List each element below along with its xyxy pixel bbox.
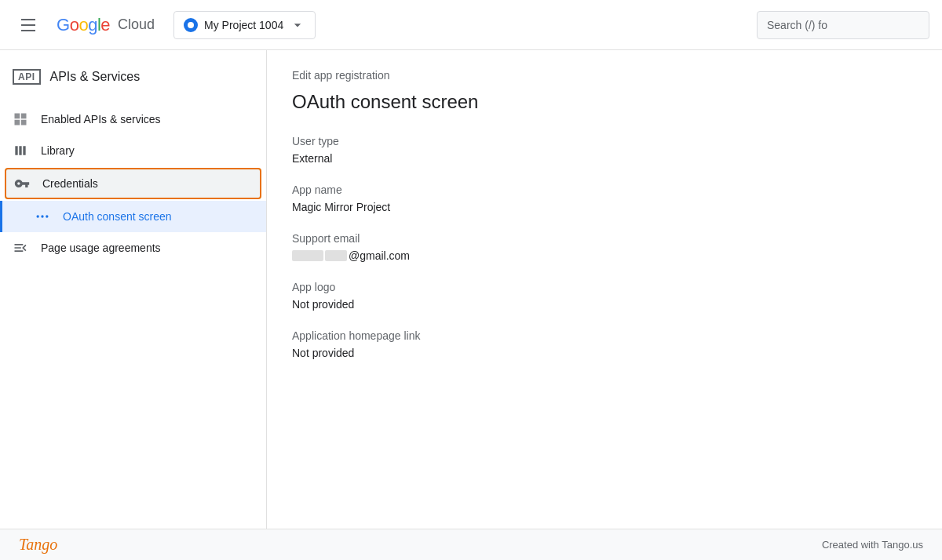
library-icon xyxy=(13,143,28,158)
menu-button[interactable] xyxy=(13,9,44,41)
field-app-name: App name Magic Mirror Project xyxy=(292,184,917,213)
content-area: Edit app registration OAuth consent scre… xyxy=(267,50,942,529)
field-app-logo: App logo Not provided xyxy=(292,281,917,311)
svg-point-0 xyxy=(37,215,39,217)
sidebar-item-oauth-consent[interactable]: OAuth consent screen xyxy=(0,201,266,232)
field-label-support-email: Support email xyxy=(292,232,917,245)
field-label-app-logo: App logo xyxy=(292,281,917,293)
sidebar: API APIs & Services Enabled APIs & servi… xyxy=(0,50,267,529)
settings-icon xyxy=(13,240,28,256)
project-selector[interactable]: My Project 1004 xyxy=(173,11,316,39)
main-layout: API APIs & Services Enabled APIs & servi… xyxy=(0,50,942,529)
project-name: My Project 1004 xyxy=(204,19,283,31)
sidebar-label-library: Library xyxy=(41,144,75,157)
api-badge: API xyxy=(13,69,41,85)
grid-icon xyxy=(13,111,28,127)
page-title: OAuth consent screen xyxy=(292,91,917,113)
oauth-dots-icon xyxy=(35,209,50,224)
sidebar-item-credentials[interactable]: Credentials xyxy=(5,168,261,199)
tango-logo: Tango xyxy=(19,536,57,554)
field-label-user-type: User type xyxy=(292,135,917,147)
sidebar-header: API APIs & Services xyxy=(0,63,266,97)
sidebar-title: APIs & Services xyxy=(50,70,141,84)
field-support-email: Support email @gmail.com xyxy=(292,232,917,262)
sidebar-label-credentials: Credentials xyxy=(42,177,98,190)
cloud-text: Cloud xyxy=(118,16,155,33)
field-label-app-homepage: Application homepage link xyxy=(292,329,917,342)
email-domain: @gmail.com xyxy=(349,249,410,262)
svg-point-2 xyxy=(46,215,48,217)
sidebar-item-library[interactable]: Library xyxy=(0,135,266,166)
field-user-type: User type External xyxy=(292,135,917,165)
redacted-block-2 xyxy=(325,250,347,261)
sidebar-label-oauth: OAuth consent screen xyxy=(63,210,172,223)
footer: Tango Created with Tango.us xyxy=(0,529,942,560)
sidebar-label-enabled-apis: Enabled APIs & services xyxy=(41,113,161,125)
sidebar-label-page-usage: Page usage agreements xyxy=(41,242,161,254)
header: Google Cloud My Project 1004 Search (/) … xyxy=(0,0,942,50)
key-icon xyxy=(14,176,30,191)
project-dot-icon xyxy=(184,18,198,32)
breadcrumb: Edit app registration xyxy=(292,69,917,82)
search-box[interactable]: Search (/) fo xyxy=(757,11,929,39)
field-value-app-homepage: Not provided xyxy=(292,347,917,359)
field-value-app-name: Magic Mirror Project xyxy=(292,201,917,213)
sidebar-nav: Enabled APIs & services Library Cr xyxy=(0,97,266,264)
hamburger-icon xyxy=(21,19,35,31)
redacted-block-1 xyxy=(292,250,323,261)
dropdown-icon xyxy=(290,17,305,33)
sidebar-item-enabled-apis[interactable]: Enabled APIs & services xyxy=(0,104,266,135)
sidebar-item-page-usage[interactable]: Page usage agreements xyxy=(0,232,266,264)
field-label-app-name: App name xyxy=(292,184,917,196)
svg-point-1 xyxy=(41,215,43,217)
footer-credit: Created with Tango.us xyxy=(822,539,923,551)
google-logo-text: Google xyxy=(57,15,110,35)
field-app-homepage: Application homepage link Not provided xyxy=(292,329,917,359)
field-value-app-logo: Not provided xyxy=(292,298,917,311)
search-placeholder: Search (/) fo xyxy=(767,19,827,31)
field-value-support-email: @gmail.com xyxy=(292,249,917,262)
google-cloud-logo[interactable]: Google Cloud xyxy=(57,15,155,35)
field-value-user-type: External xyxy=(292,152,917,165)
